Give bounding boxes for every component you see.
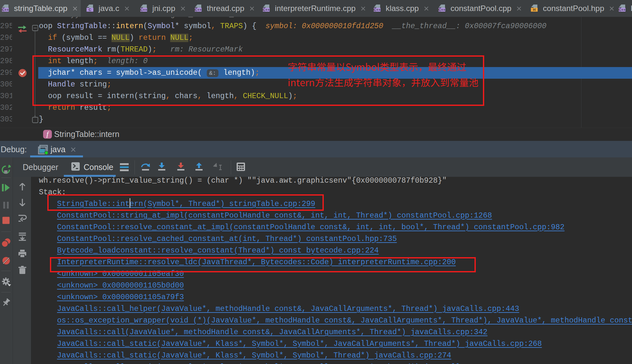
- svg-text:C++: C++: [263, 8, 270, 12]
- svg-text:C: C: [89, 8, 91, 12]
- svg-text:H: H: [533, 8, 536, 12]
- svg-text:C++: C++: [439, 8, 445, 12]
- svg-text:C++: C++: [195, 8, 202, 12]
- svg-text:C++: C++: [2, 8, 9, 12]
- svg-text:C++: C++: [374, 8, 380, 12]
- svg-text:C++: C++: [140, 8, 147, 12]
- svg-text:C++: C++: [619, 8, 626, 12]
